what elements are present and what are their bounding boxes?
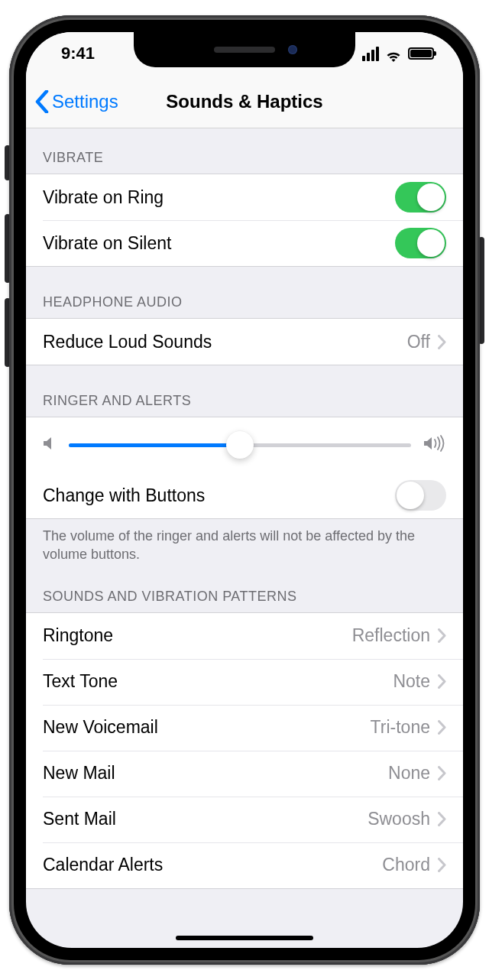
row-calendar-alerts[interactable]: Calendar Alerts Chord — [26, 842, 463, 888]
nav-bar: Settings Sounds & Haptics — [26, 75, 463, 128]
group-headphone: Reduce Loud Sounds Off — [26, 318, 463, 365]
screen: 9:41 Settings Sounds & Haptics VIBRATE — [26, 32, 463, 948]
row-new-voicemail[interactable]: New Voicemail Tri-tone — [26, 705, 463, 751]
section-header-vibrate: VIBRATE — [26, 128, 463, 174]
cellular-signal-icon — [362, 47, 379, 61]
label-sent-mail: Sent Mail — [43, 809, 368, 829]
row-change-with-buttons[interactable]: Change with Buttons — [26, 472, 463, 518]
toggle-vibrate-on-ring[interactable] — [395, 182, 446, 213]
label-text-tone: Text Tone — [43, 671, 393, 692]
label-new-mail: New Mail — [43, 763, 388, 784]
chevron-right-icon — [438, 812, 446, 826]
value-sent-mail: Swoosh — [368, 809, 430, 829]
row-reduce-loud-sounds[interactable]: Reduce Loud Sounds Off — [26, 319, 463, 365]
chevron-right-icon — [438, 720, 446, 735]
chevron-left-icon — [35, 90, 49, 113]
group-ringer: Change with Buttons — [26, 417, 463, 519]
section-header-headphone: HEADPHONE AUDIO — [26, 267, 463, 318]
back-label: Settings — [52, 91, 118, 112]
home-indicator[interactable] — [176, 936, 313, 940]
wifi-icon — [385, 47, 402, 60]
group-patterns: Ringtone Reflection Text Tone Note New V… — [26, 612, 463, 889]
label-vibrate-on-ring: Vibrate on Ring — [43, 187, 395, 208]
ringer-volume-slider[interactable] — [69, 431, 411, 459]
phone-frame: 9:41 Settings Sounds & Haptics VIBRATE — [9, 15, 480, 965]
chevron-right-icon — [438, 335, 446, 349]
value-new-voicemail: Tri-tone — [371, 717, 430, 738]
label-ringtone: Ringtone — [43, 625, 352, 646]
row-text-tone[interactable]: Text Tone Note — [26, 659, 463, 705]
toggle-change-with-buttons[interactable] — [395, 480, 446, 511]
value-new-mail: None — [388, 763, 430, 784]
chevron-right-icon — [438, 674, 446, 689]
row-sent-mail[interactable]: Sent Mail Swoosh — [26, 797, 463, 842]
label-calendar-alerts: Calendar Alerts — [43, 855, 382, 875]
value-calendar-alerts: Chord — [382, 855, 430, 875]
label-change-with-buttons: Change with Buttons — [43, 485, 395, 506]
section-header-patterns: SOUNDS AND VIBRATION PATTERNS — [26, 564, 463, 612]
slider-thumb[interactable] — [226, 431, 254, 459]
front-camera — [288, 45, 297, 54]
row-ringtone[interactable]: Ringtone Reflection — [26, 613, 463, 659]
row-volume-slider — [26, 417, 463, 472]
row-vibrate-on-silent[interactable]: Vibrate on Silent — [26, 220, 463, 266]
row-vibrate-on-ring[interactable]: Vibrate on Ring — [26, 174, 463, 220]
row-new-mail[interactable]: New Mail None — [26, 751, 463, 797]
content-scroll[interactable]: VIBRATE Vibrate on Ring Vibrate on Silen… — [26, 128, 463, 948]
label-vibrate-on-silent: Vibrate on Silent — [43, 233, 395, 254]
speaker-high-icon — [423, 435, 446, 455]
section-header-ringer: RINGER AND ALERTS — [26, 365, 463, 417]
label-new-voicemail: New Voicemail — [43, 717, 371, 738]
notch — [134, 32, 355, 67]
speaker-grille — [214, 47, 275, 53]
value-ringtone: Reflection — [352, 625, 430, 646]
battery-icon — [408, 47, 434, 60]
chevron-right-icon — [438, 628, 446, 643]
footer-ringer: The volume of the ringer and alerts will… — [26, 519, 463, 564]
status-time: 9:41 — [61, 44, 95, 63]
value-reduce-loud-sounds: Off — [407, 332, 430, 352]
label-reduce-loud-sounds: Reduce Loud Sounds — [43, 332, 407, 352]
group-vibrate: Vibrate on Ring Vibrate on Silent — [26, 174, 463, 267]
chevron-right-icon — [438, 766, 446, 780]
toggle-vibrate-on-silent[interactable] — [395, 228, 446, 258]
back-button[interactable]: Settings — [26, 90, 118, 113]
speaker-low-icon — [43, 436, 57, 454]
value-text-tone: Note — [393, 671, 430, 692]
chevron-right-icon — [438, 858, 446, 872]
